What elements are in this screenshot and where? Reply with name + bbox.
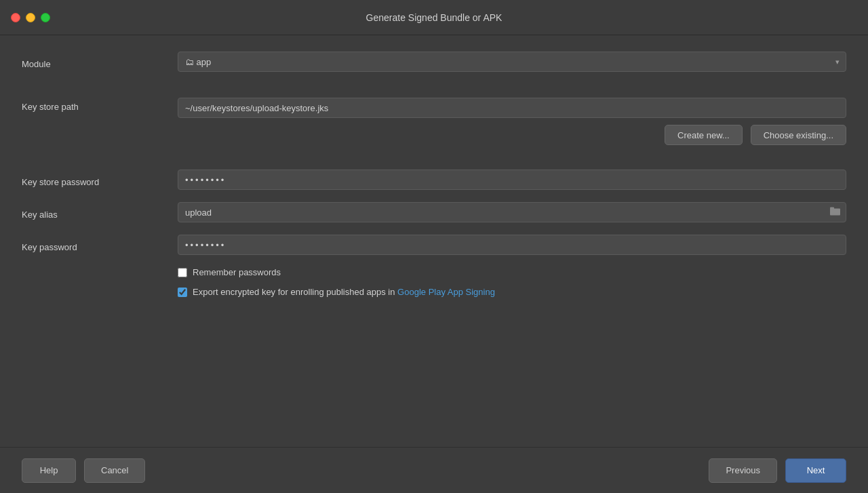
- key-store-button-row: Create new... Choose existing...: [178, 125, 846, 145]
- key-store-password-row: Key store password: [22, 170, 846, 190]
- key-store-path-row: Key store path Create new... Choose exis…: [22, 98, 846, 157]
- key-password-input[interactable]: [178, 235, 846, 255]
- next-button[interactable]: Next: [785, 458, 846, 483]
- help-button[interactable]: Help: [22, 458, 76, 483]
- module-select-wrapper: 🗂 app ▾: [178, 52, 846, 72]
- footer: Help Cancel Previous Next: [0, 447, 868, 493]
- dialog-body: Module 🗂 app ▾ Key store path Create new…: [0, 35, 868, 313]
- title-bar: Generate Signed Bundle or APK: [0, 0, 868, 35]
- minimize-button[interactable]: [26, 13, 35, 22]
- module-control: 🗂 app ▾: [178, 52, 846, 72]
- close-button[interactable]: [11, 13, 20, 22]
- key-password-label: Key password: [22, 238, 178, 252]
- choose-existing-button[interactable]: Choose existing...: [751, 125, 846, 145]
- key-store-password-label: Key store password: [22, 173, 178, 187]
- key-store-path-input[interactable]: [178, 98, 846, 118]
- key-alias-control: [178, 202, 846, 222]
- create-new-button[interactable]: Create new...: [665, 125, 743, 145]
- window-title: Generate Signed Bundle or APK: [366, 12, 502, 23]
- traffic-lights: [11, 13, 50, 22]
- maximize-button[interactable]: [41, 13, 50, 22]
- module-label: Module: [22, 55, 178, 69]
- key-store-password-control: [178, 170, 846, 190]
- remember-passwords-label[interactable]: Remember passwords: [193, 267, 281, 277]
- export-encrypted-row: Export encrypted key for enrolling publi…: [178, 287, 846, 297]
- key-store-path-control: Create new... Choose existing...: [178, 98, 846, 157]
- export-encrypted-label[interactable]: Export encrypted key for enrolling publi…: [193, 287, 495, 297]
- spacer: [22, 84, 846, 98]
- footer-right: Previous Next: [709, 458, 846, 483]
- export-encrypted-checkbox[interactable]: [178, 288, 187, 297]
- footer-left: Help Cancel: [22, 458, 145, 483]
- cancel-button[interactable]: Cancel: [84, 458, 145, 483]
- key-store-password-input[interactable]: [178, 170, 846, 190]
- key-alias-label: Key alias: [22, 205, 178, 220]
- key-password-control: [178, 235, 846, 255]
- key-password-row: Key password: [22, 235, 846, 255]
- remember-passwords-row: Remember passwords: [178, 267, 846, 277]
- module-select[interactable]: 🗂 app: [178, 52, 846, 72]
- key-alias-row: Key alias: [22, 202, 846, 222]
- google-play-link[interactable]: Google Play App Signing: [397, 287, 495, 297]
- module-row: Module 🗂 app ▾: [22, 52, 846, 72]
- key-alias-input[interactable]: [178, 202, 846, 222]
- previous-button[interactable]: Previous: [709, 458, 777, 483]
- key-store-path-label: Key store path: [22, 98, 178, 112]
- remember-passwords-checkbox[interactable]: [178, 268, 187, 277]
